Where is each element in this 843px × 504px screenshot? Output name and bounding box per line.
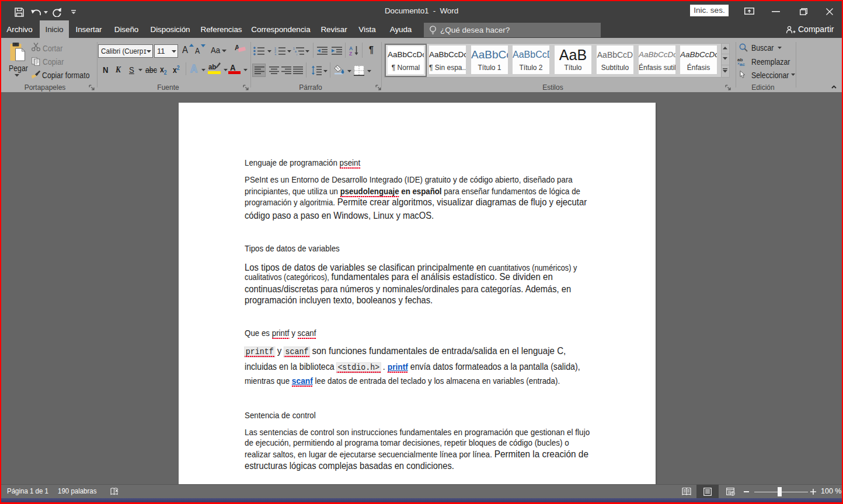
- svg-text:i: i: [297, 53, 297, 56]
- svg-text:3: 3: [274, 53, 276, 56]
- svg-text:ac: ac: [740, 62, 745, 66]
- svg-text:Z: Z: [349, 51, 352, 56]
